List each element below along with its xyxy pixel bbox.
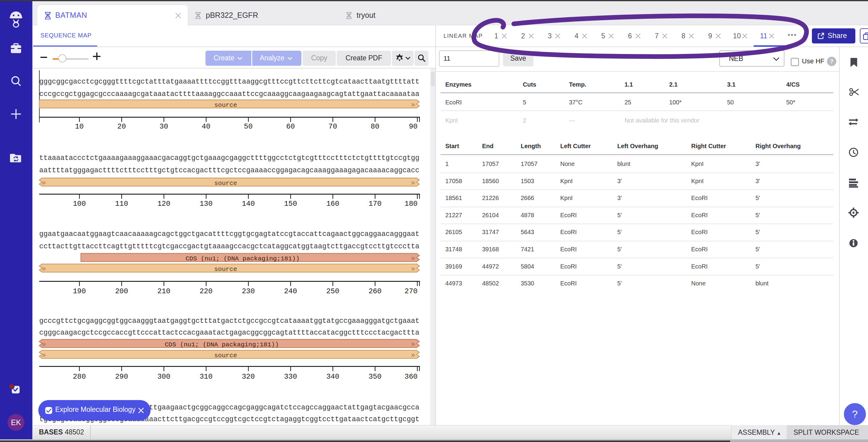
svg-text:190: 190 — [73, 287, 86, 295]
svg-text:aattttatgggagacttttctttcctttgc: aattttatgggagacttttctttcctttgctgtccacgac… — [39, 166, 420, 175]
svg-text:120: 120 — [157, 200, 170, 208]
svg-text:30: 30 — [160, 123, 168, 131]
svg-text:220: 220 — [199, 287, 212, 295]
svg-text:360: 360 — [405, 373, 417, 381]
svg-text:source: source — [214, 102, 237, 108]
svg-text:70: 70 — [329, 123, 337, 131]
svg-text:»: » — [411, 101, 415, 109]
svg-text:20: 20 — [117, 123, 126, 131]
svg-text:60: 60 — [286, 123, 295, 131]
svg-text:230: 230 — [242, 287, 255, 295]
svg-text:300: 300 — [157, 373, 170, 381]
svg-text:cgggcaagacgctccgccaccgttcccatt: cgggcaagacgctccgccaccgttcccattactccacgaa… — [39, 328, 420, 337]
svg-text:330: 330 — [284, 373, 297, 381]
svg-text:140: 140 — [242, 200, 255, 208]
svg-text:»: » — [411, 265, 415, 273]
svg-text:240: 240 — [284, 287, 297, 295]
svg-text:280: 280 — [73, 373, 86, 381]
svg-text:»: » — [42, 340, 46, 348]
svg-text:»: » — [411, 340, 415, 348]
svg-text:90: 90 — [409, 123, 417, 131]
svg-text:160: 160 — [326, 200, 339, 208]
svg-text:110: 110 — [115, 200, 128, 208]
svg-text:310: 310 — [199, 373, 212, 381]
svg-text:150: 150 — [284, 200, 297, 208]
svg-text:EK: EK — [11, 418, 21, 427]
svg-text:350: 350 — [368, 373, 381, 381]
svg-text:»: » — [411, 254, 415, 262]
svg-text:source: source — [214, 266, 237, 273]
svg-text:»: » — [411, 179, 415, 187]
svg-text:50: 50 — [244, 123, 253, 131]
svg-text:250: 250 — [326, 287, 339, 295]
svg-text:ccttacttgttaccttcagttgtttttcgt: ccttacttgttaccttcagttgtttttcgtcgaccgactg… — [39, 242, 420, 250]
svg-text:cccgccgctggagcgcccaaaagcgataaa: cccgccgctggagcgcccaaaagcgataaatacttttaaa… — [39, 90, 420, 98]
svg-text:gcccgttctgcgaggcggtggcaagggtaa: gcccgttctgcgaggcggtggcaagggtaatgaggtgctt… — [39, 317, 420, 325]
svg-text:»: » — [42, 179, 46, 187]
svg-text:320: 320 — [242, 373, 255, 381]
svg-text:source: source — [214, 180, 237, 187]
svg-text:80: 80 — [371, 123, 379, 131]
svg-text:340: 340 — [326, 373, 339, 381]
svg-text:CDS (nu1; (DNA packaging;181)): CDS (nu1; (DNA packaging;181)) — [165, 341, 279, 348]
svg-text:»: » — [411, 351, 415, 359]
svg-text:200: 200 — [115, 287, 128, 295]
svg-text:ttaaaataccctctgaaaagaaaggaaacg: ttaaaataccctctgaaaagaaaggaaacgacaggtgctg… — [39, 154, 420, 162]
svg-text:gggcggcgacctcgcgggttttcgctattt: gggcggcgacctcgcgggttttcgctatttatgaaaattt… — [39, 77, 420, 86]
svg-text:260: 260 — [368, 287, 381, 295]
svg-text:100: 100 — [73, 200, 86, 208]
svg-text:10: 10 — [75, 123, 84, 131]
svg-text:270: 270 — [405, 287, 417, 295]
svg-text:source: source — [214, 352, 237, 359]
svg-text:40: 40 — [202, 123, 211, 131]
svg-text:»: » — [42, 265, 46, 273]
svg-text:290: 290 — [115, 373, 128, 381]
svg-text:170: 170 — [368, 200, 381, 208]
svg-text:210: 210 — [157, 287, 170, 295]
svg-text:CDS (nu1; (DNA packaging;181)): CDS (nu1; (DNA packaging;181)) — [186, 255, 300, 262]
svg-text:130: 130 — [199, 200, 212, 208]
svg-text:ggaatgaacaatggaagtcaacaaaaagca: ggaatgaacaatggaagtcaacaaaaagcagctggctgac… — [39, 230, 420, 238]
svg-text:180: 180 — [405, 200, 417, 208]
svg-text:»: » — [42, 351, 46, 359]
